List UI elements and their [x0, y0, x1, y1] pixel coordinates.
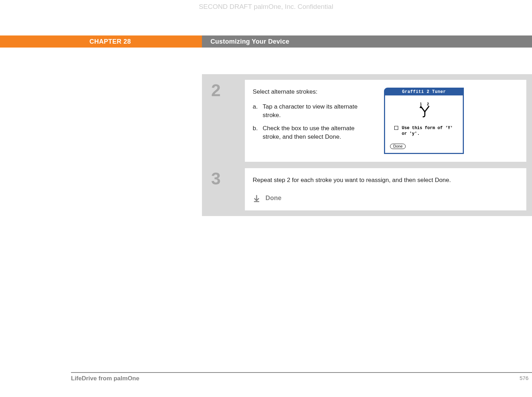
step-3-row: 3 Repeat step 2 for each stroke you want…: [208, 168, 526, 210]
step-2-intro: Select alternate strokes:: [253, 88, 373, 96]
step-2-sublist: a. Tap a character to view its alternate…: [253, 103, 373, 141]
step-3-text: Repeat step 2 for each stroke you want t…: [253, 176, 519, 184]
step-number: 3: [211, 170, 245, 187]
step-2-figure: Graffiti 2 Tuner 1 2: [384, 88, 519, 154]
steps-container: 2 Select alternate strokes: a. Tap a cha…: [202, 74, 532, 216]
stroke-label-2: 2: [427, 102, 429, 106]
step-2-text: Select alternate strokes: a. Tap a chara…: [253, 88, 373, 154]
dialog-body: 1 2 Use this form of 'Y' or 'y'. Done: [385, 95, 463, 153]
arrow-down-icon: [253, 194, 260, 202]
y-character-icon: 1 2: [390, 99, 459, 119]
list-item: b. Check the box to use the alternate st…: [253, 124, 373, 141]
use-form-checkbox[interactable]: [394, 126, 398, 130]
step-2-row: 2 Select alternate strokes: a. Tap a cha…: [208, 80, 526, 162]
chapter-title: Customizing Your Device: [202, 35, 532, 48]
graffiti-tuner-dialog: Graffiti 2 Tuner 1 2: [384, 88, 464, 154]
watermark-text: SECOND DRAFT palmOne, Inc. Confidential: [0, 3, 532, 11]
footer-product: LifeDrive from palmOne: [71, 375, 139, 382]
checkbox-label: Use this form of 'Y' or 'y'.: [402, 126, 459, 137]
checkbox-row: Use this form of 'Y' or 'y'.: [390, 126, 459, 137]
list-text: Check the box to use the alternate strok…: [263, 124, 373, 141]
step-3-body: Repeat step 2 for each stroke you want t…: [245, 168, 526, 210]
done-line: Done: [253, 194, 519, 203]
list-text: Tap a character to view its alternate st…: [263, 103, 373, 120]
list-marker: b.: [253, 124, 263, 141]
header-bar: CHAPTER 28 Customizing Your Device: [0, 35, 532, 48]
step-number-col: 2: [208, 80, 245, 162]
step-2-body: Select alternate strokes: a. Tap a chara…: [245, 80, 526, 162]
page-number: 576: [520, 375, 528, 382]
step-number: 2: [211, 82, 245, 99]
chapter-label: CHAPTER 28: [0, 35, 202, 48]
step-number-col: 3: [208, 168, 245, 210]
dialog-done-button[interactable]: Done: [390, 144, 406, 149]
list-marker: a.: [253, 103, 263, 120]
footer: LifeDrive from palmOne 576: [71, 372, 532, 382]
stroke-label-1: 1: [420, 102, 422, 106]
done-label: Done: [265, 194, 281, 203]
list-item: a. Tap a character to view its alternate…: [253, 103, 373, 120]
dialog-title: Graffiti 2 Tuner: [385, 89, 463, 95]
